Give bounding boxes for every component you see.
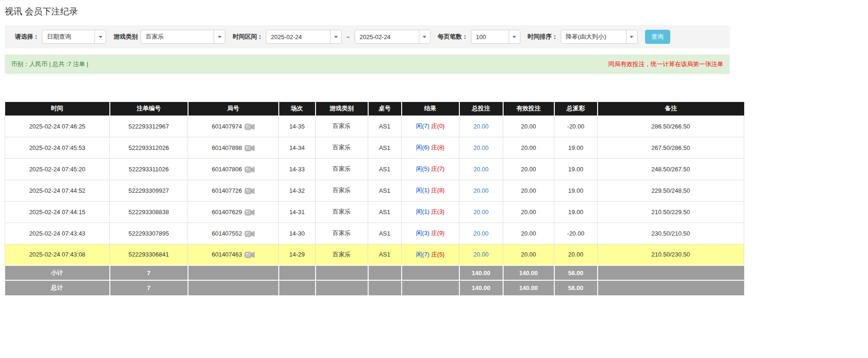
- round-number: 601407974: [212, 123, 242, 130]
- total-bet-link[interactable]: 20.00: [473, 123, 489, 130]
- subtotal-payout: 56.00: [554, 265, 598, 280]
- cell-session: 14-32: [279, 180, 316, 201]
- column-header-round: 局号: [188, 102, 279, 115]
- video-replay-icon[interactable]: [245, 208, 255, 216]
- video-replay-icon[interactable]: [245, 187, 255, 195]
- total-bet-link[interactable]: 20.00: [473, 209, 489, 216]
- page-size-label: 每页笔数：: [438, 33, 468, 41]
- table-row: 2025-02-24 07:44:15522293308838601407629…: [5, 201, 744, 223]
- round-number: 601407463: [212, 251, 242, 258]
- chevron-down-icon: [630, 36, 633, 38]
- result-player: 闲(5): [416, 165, 430, 172]
- cell-session: 14-34: [279, 137, 316, 158]
- result-player: 闲(1): [416, 208, 430, 215]
- cell-table-no: AS1: [368, 244, 402, 265]
- result-player: 闲(7): [416, 122, 430, 129]
- chevron-down-icon: [423, 36, 426, 38]
- date-from-picker[interactable]: 2025-02-24: [266, 30, 342, 44]
- cell-table-no: AS1: [368, 158, 402, 180]
- chevron-down-icon: [99, 36, 102, 38]
- result-banker: 庄(8): [431, 187, 444, 194]
- column-header-table-no: 桌号: [368, 102, 402, 115]
- time-sort-dropdown[interactable]: 降幂(由大到小): [561, 30, 638, 44]
- cell-game-type: 百家乐: [316, 115, 368, 137]
- total-bet-link[interactable]: 20.00: [473, 144, 489, 151]
- page-size-dropdown-toggle[interactable]: [509, 30, 520, 43]
- cell-valid-bet: 20.00: [503, 180, 554, 201]
- subtotal-row: 小计 7 140.00 140.00 56.00: [5, 265, 744, 280]
- result-player: 闲(1): [416, 187, 430, 194]
- cell-payout: 19.00: [554, 201, 598, 223]
- cell-table-no: AS1: [368, 115, 402, 137]
- total-bet-link[interactable]: 20.00: [473, 166, 489, 173]
- cell-table-no: AS1: [368, 223, 402, 244]
- cell-remark: 230.50/210.50: [598, 223, 744, 244]
- video-replay-icon[interactable]: [245, 122, 255, 130]
- video-replay-icon[interactable]: [245, 165, 255, 173]
- cell-round: 601407806: [188, 158, 279, 180]
- summary-bar: 币别：人民币 | 总共 :7 注单 | 同局有效投注，统一计算在该局第一张注单: [5, 54, 730, 74]
- search-button[interactable]: 查询: [645, 30, 670, 44]
- query-type-dropdown-toggle[interactable]: [94, 30, 106, 43]
- cell-time: 2025-02-24 07:45:53: [5, 137, 110, 158]
- table-body: 2025-02-24 07:46:25522293312967601407974…: [5, 115, 744, 265]
- valid-bet-notice: 同局有效投注，统一计算在该局第一张注单: [608, 60, 723, 68]
- cell-time: 2025-02-24 07:46:25: [5, 115, 110, 137]
- game-type-dropdown[interactable]: 百家乐: [141, 30, 225, 44]
- cell-game-type: 百家乐: [316, 244, 368, 265]
- cell-session: 14-33: [279, 158, 316, 180]
- cell-total-bet: 20.00: [459, 223, 503, 244]
- query-type-dropdown[interactable]: 日期查询: [42, 30, 106, 44]
- total-bet-link[interactable]: 20.00: [473, 230, 489, 237]
- cell-valid-bet: 20.00: [503, 201, 554, 223]
- cell-valid-bet: 20.00: [503, 158, 554, 180]
- game-type-dropdown-toggle[interactable]: [214, 30, 225, 43]
- chevron-down-icon: [218, 36, 222, 38]
- total-bet-link[interactable]: 20.00: [473, 187, 489, 194]
- page-size-dropdown[interactable]: 100: [471, 30, 520, 44]
- date-to-value: 2025-02-24: [355, 30, 419, 43]
- total-count: 7: [110, 280, 188, 295]
- round-number: 601407629: [212, 209, 242, 216]
- date-to-toggle[interactable]: [419, 30, 430, 43]
- cell-valid-bet: 20.00: [503, 137, 554, 158]
- cell-game-type: 百家乐: [316, 201, 368, 223]
- round-number: 601407806: [212, 166, 242, 173]
- cell-round: 601407463: [188, 244, 279, 265]
- video-replay-icon[interactable]: [245, 230, 255, 237]
- table-row: 2025-02-24 07:44:52522293309927601407726…: [5, 180, 744, 201]
- column-header-result: 结果: [402, 102, 459, 115]
- cell-round: 601407552: [188, 223, 279, 244]
- date-from-toggle[interactable]: [330, 30, 341, 43]
- result-banker: 庄(7): [431, 165, 444, 172]
- column-header-total-bet: 总投注: [459, 102, 503, 115]
- date-to-picker[interactable]: 2025-02-24: [355, 30, 431, 44]
- cell-total-bet: 20.00: [459, 201, 503, 223]
- round-number: 601407726: [212, 187, 242, 194]
- result-banker: 庄(8): [431, 144, 444, 151]
- cell-total-bet: 20.00: [459, 137, 503, 158]
- cell-time: 2025-02-24 07:43:43: [5, 223, 110, 244]
- table-row: 2025-02-24 07:46:25522293312967601407974…: [5, 115, 744, 137]
- time-sort-dropdown-toggle[interactable]: [626, 30, 637, 43]
- video-replay-icon[interactable]: [245, 144, 255, 152]
- cell-session: 14-29: [279, 244, 316, 265]
- column-header-remark: 备注: [598, 102, 744, 115]
- cell-bet-id: 522293309927: [110, 180, 188, 201]
- total-bet-link[interactable]: 20.00: [473, 251, 489, 258]
- query-type-value: 日期查询: [42, 30, 94, 43]
- bet-records-table: 时间 注单编号 局号 场次 游戏类别 桌号 结果 总投注 有效投注 总派彩 备注…: [5, 102, 744, 296]
- total-valid-bet: 140.00: [503, 280, 554, 295]
- cell-session: 14-35: [279, 115, 316, 137]
- cell-bet-id: 522293312967: [110, 115, 188, 137]
- cell-remark: 210.50/229.50: [598, 201, 744, 223]
- time-range-label: 时间区间：: [233, 33, 263, 41]
- page: 视讯 会员下注纪录 请选择： 日期查询 游戏类别 百家乐 时间区间： 2025-…: [0, 0, 868, 296]
- chevron-down-icon: [334, 36, 338, 38]
- cell-result: 闲(7) 庄(0): [402, 115, 459, 137]
- cell-bet-id: 522293307895: [110, 223, 188, 244]
- result-banker: 庄(9): [431, 230, 444, 236]
- video-replay-icon[interactable]: [245, 250, 255, 258]
- cell-total-bet: 20.00: [459, 115, 503, 137]
- cell-total-bet: 20.00: [459, 244, 503, 265]
